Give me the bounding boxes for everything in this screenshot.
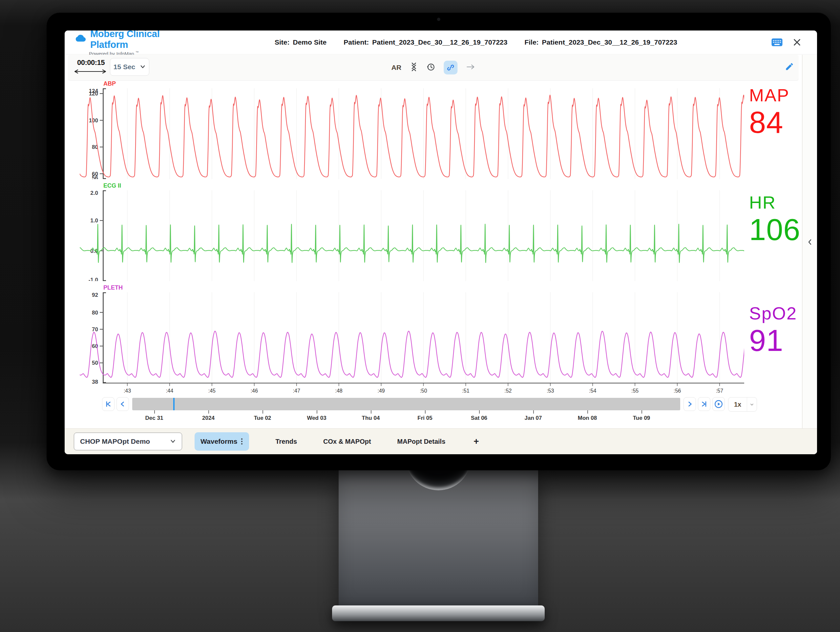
timeline-date-label: Tue 09 — [633, 415, 651, 421]
svg-text:-1.0: -1.0 — [88, 277, 98, 281]
artifact-region-button[interactable]: AR — [392, 64, 401, 71]
scrubber-position-marker[interactable] — [173, 398, 175, 410]
svg-text:1.0: 1.0 — [90, 217, 98, 224]
vital-map: MAP84 — [749, 86, 789, 137]
playback-speed-button[interactable]: 1x — [728, 397, 757, 411]
svg-text::55: :55 — [631, 388, 638, 394]
svg-text::56: :56 — [674, 388, 681, 394]
timeline-date-ticks: Dec 312024Tue 02Wed 03Thu 04Fri 05Sat 06… — [132, 410, 680, 426]
header-field-label: Site: — [275, 38, 290, 46]
abp-channel-label: ABP — [103, 80, 744, 88]
timeline-tick — [533, 410, 534, 414]
header-field: Patient:Patient_2023_Dec_30__12_26_19_70… — [344, 38, 507, 46]
svg-text::54: :54 — [589, 388, 596, 394]
timeline-tick — [208, 410, 209, 414]
ecg-waveform-plot: 2.01.00.0-1.0 — [80, 190, 744, 281]
svg-text:56: 56 — [92, 175, 98, 179]
svg-text:92: 92 — [92, 292, 98, 298]
header-fields: Site:Demo SitePatient:Patient_2023_Dec_3… — [275, 38, 677, 46]
svg-text::51: :51 — [462, 388, 469, 394]
waveform-toolbar: 00:00:15 15 Sec AR — [68, 55, 799, 81]
header-field-label: Patient: — [344, 38, 369, 46]
close-icon[interactable] — [793, 38, 801, 47]
workspace-dropdown[interactable]: CHOP MAPOpt Demo — [74, 433, 182, 450]
chevron-down-icon — [140, 65, 146, 69]
desktop-background: Moberg Clinical Platform Powered by Info… — [0, 0, 840, 632]
svg-text:120: 120 — [89, 90, 98, 97]
app-title: Moberg Clinical Platform — [90, 30, 193, 50]
tab-label: MAPopt Details — [397, 438, 445, 445]
svg-text:2.0: 2.0 — [90, 190, 98, 196]
speed-chevron-down-icon[interactable] — [747, 403, 757, 406]
svg-text::46: :46 — [251, 388, 258, 394]
timeline-tick — [641, 410, 642, 414]
tab-waveforms[interactable]: Waveforms — [194, 432, 249, 451]
timeline-tick — [262, 410, 263, 414]
svg-text::50: :50 — [420, 388, 427, 394]
history-clock-icon[interactable] — [426, 63, 435, 73]
svg-text::53: :53 — [547, 388, 554, 394]
add-tab-button[interactable]: + — [474, 436, 479, 447]
header-field-value: Patient_2023_Dec_30__12_26_19_707223 — [372, 38, 507, 46]
timeline-transport: Dec 312024Tue 02Wed 03Thu 04Fri 05Sat 06… — [65, 397, 802, 427]
header-field: File:Patient_2023_Dec_30__12_26_19_70722… — [524, 38, 677, 46]
vital-value: 84 — [749, 107, 789, 137]
timeline-date-label: Jan 07 — [525, 415, 542, 421]
timeline-scrubber[interactable] — [132, 398, 680, 410]
tab-mapopt-details[interactable]: MAPopt Details — [397, 438, 445, 445]
timescale-dropdown[interactable]: 15 Sec — [110, 58, 149, 76]
tab-trends[interactable]: Trends — [275, 438, 297, 445]
vital-label: MAP — [749, 86, 789, 104]
play-button[interactable] — [712, 397, 725, 411]
timeline-tick — [479, 410, 480, 414]
svg-text:50: 50 — [92, 360, 98, 366]
expand-panel-chevron-icon[interactable] — [807, 238, 813, 247]
step-back-button[interactable] — [117, 397, 129, 411]
app-header: Moberg Clinical Platform Powered by Info… — [65, 30, 817, 54]
playback-speed-value: 1x — [728, 401, 747, 408]
pleth-waveform-plot: 928070605038:43:44:45:46:47:48:49:50:51:… — [80, 292, 744, 395]
bottom-tab-bar: CHOP MAPOpt Demo WaveformsTrendsCOx & MA… — [65, 428, 817, 454]
moberg-app-window: Moberg Clinical Platform Powered by Info… — [65, 30, 817, 454]
step-forward-button[interactable] — [684, 397, 696, 411]
arrow-right-icon[interactable] — [466, 64, 475, 71]
tab-label: COx & MAPOpt — [323, 438, 371, 445]
workspace-name: CHOP MAPOpt Demo — [80, 438, 150, 445]
svg-text::52: :52 — [504, 388, 512, 394]
collapse-vertical-icon[interactable] — [410, 62, 418, 73]
skip-to-end-button[interactable] — [698, 397, 711, 411]
svg-text::57: :57 — [716, 388, 723, 394]
vital-hr: HR106 — [749, 194, 801, 245]
timeline-date-label: Thu 04 — [362, 415, 380, 421]
svg-text::48: :48 — [335, 388, 343, 394]
tab-label: Trends — [275, 438, 297, 445]
header-field-value: Patient_2023_Dec_30__12_26_19_707223 — [542, 38, 677, 46]
svg-text::45: :45 — [208, 388, 216, 394]
vital-value: 106 — [749, 214, 801, 245]
vital-label: HR — [749, 194, 801, 211]
webcam-dot — [437, 18, 441, 21]
vitals-column: MAP84HR106SpO291 — [749, 80, 802, 395]
kebab-menu-icon[interactable] — [240, 438, 243, 445]
tab-cox-mapopt[interactable]: COx & MAPOpt — [323, 438, 371, 445]
chevron-down-icon — [170, 439, 176, 444]
svg-text::49: :49 — [377, 388, 385, 394]
svg-text:80: 80 — [92, 310, 98, 316]
monitor-stand — [339, 469, 538, 609]
monitor-bezel: Moberg Clinical Platform Powered by Info… — [47, 13, 831, 470]
timeline-tick — [317, 410, 317, 414]
link-cursors-button[interactable] — [444, 61, 458, 74]
timeline-date-label: Sat 06 — [471, 415, 487, 421]
abp-chart-block: ABP124120100806056 — [80, 80, 744, 179]
ecg-chart-block: ECG II2.01.00.0-1.0 — [80, 182, 744, 281]
edit-pencil-icon[interactable] — [785, 62, 794, 71]
keyboard-icon[interactable] — [771, 38, 783, 47]
skip-to-start-button[interactable] — [102, 397, 115, 411]
timeline-date-label: Tue 02 — [254, 415, 272, 421]
header-field-value: Demo Site — [293, 38, 327, 46]
window-width-arrow-icon — [73, 69, 107, 75]
svg-text:100: 100 — [89, 117, 98, 124]
timeline-tick — [371, 410, 371, 414]
window-length-readout: 00:00:15 — [75, 58, 107, 67]
abp-waveform-plot: 124120100806056 — [80, 88, 744, 179]
